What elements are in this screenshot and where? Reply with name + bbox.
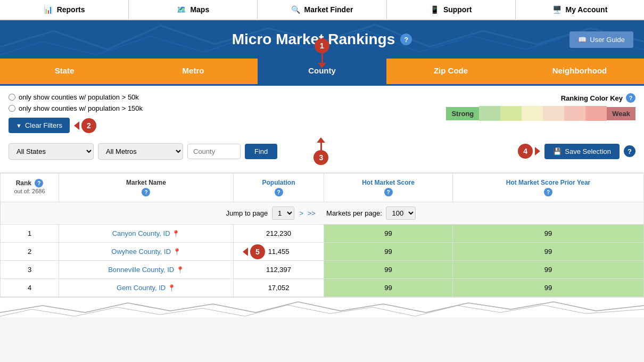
- per-page-label: Markets per page:: [326, 209, 382, 217]
- color-key-label: Ranking Color Key: [561, 94, 623, 102]
- table-row: 1 Canyon County, ID 📍 212,230 99 99: [1, 225, 644, 243]
- annotation-3: 3: [313, 137, 328, 165]
- state-dropdown[interactable]: All States: [9, 143, 94, 160]
- color-key-strong: Strong: [446, 107, 479, 120]
- annotation-2: 2: [74, 118, 96, 133]
- radio-150k-label[interactable]: only show counties w/ population > 150k: [9, 104, 143, 112]
- user-guide-book-icon: 📖: [578, 36, 587, 44]
- col-hot-score-header: Hot Market Score ?: [324, 174, 453, 202]
- market-link-2[interactable]: Owyhee County, ID: [111, 248, 171, 256]
- rank-sub: out of: 2686: [14, 188, 45, 194]
- table-row: 3 Bonneville County, ID 📍 112,397 99 99: [1, 261, 644, 279]
- hot-score-prior-1: 99: [453, 225, 644, 243]
- support-label: Support: [443, 5, 472, 14]
- metro-dropdown[interactable]: All Metros: [98, 143, 183, 160]
- top-nav: 📊 Reports 🗺️ Maps 🔍 Market Finder 📱 Supp…: [0, 0, 644, 20]
- filter-icon: ▼: [16, 122, 22, 129]
- pin-icon-2: 📍: [173, 248, 181, 256]
- save-selection-label: Save Selection: [565, 147, 611, 155]
- market-finder-icon: 🔍: [291, 5, 300, 14]
- hot-score-help-icon[interactable]: ?: [384, 188, 393, 196]
- col-population-header: Population ?: [233, 174, 324, 202]
- maps-icon: 🗺️: [177, 5, 186, 14]
- hot-score-prior-2: 99: [453, 243, 644, 261]
- tab-zipcode[interactable]: Zip Code: [386, 59, 515, 84]
- header-help-icon[interactable]: ?: [400, 34, 412, 45]
- maps-label: Maps: [190, 5, 209, 14]
- my-account-label: My Account: [566, 5, 608, 14]
- annotation-5: 5: [243, 244, 265, 259]
- user-guide-label: User Guide: [590, 36, 625, 44]
- col-rank-header: Rank ? out of: 2686: [1, 174, 59, 202]
- col-market-header: Market Name ?: [59, 174, 234, 202]
- per-page-select[interactable]: 100: [386, 207, 416, 220]
- color-swatch-1: [479, 106, 500, 121]
- rank-3: 3: [1, 261, 59, 279]
- pin-icon-1: 📍: [172, 230, 180, 237]
- user-guide-button[interactable]: 📖 User Guide: [569, 31, 633, 48]
- clear-filters-label: Clear Filters: [25, 121, 62, 129]
- header-title-text: Micro Market Rankings: [232, 31, 395, 48]
- market-name-4: Gem County, ID 📍: [59, 279, 234, 297]
- pin-icon-3: 📍: [176, 266, 184, 274]
- color-swatch-4: [543, 106, 564, 121]
- next-page-link[interactable]: >: [300, 209, 306, 217]
- color-key-help-icon[interactable]: ?: [626, 93, 635, 103]
- nav-item-reports[interactable]: 📊 Reports: [0, 0, 129, 19]
- color-key-weak: Weak: [607, 107, 635, 120]
- last-page-link[interactable]: >>: [308, 209, 318, 217]
- market-link-4[interactable]: Gem County, ID: [117, 284, 166, 292]
- market-finder-label: Market Finder: [304, 5, 353, 14]
- annotation-4-container: 4 💾 Save Selection ?: [518, 144, 635, 159]
- table-row: 4 Gem County, ID 📍 17,052 99 99: [1, 279, 644, 297]
- clear-filters-button[interactable]: ▼ Clear Filters: [9, 118, 70, 133]
- find-button[interactable]: Find: [245, 144, 277, 159]
- table-container: Rank ? out of: 2686 Market Name ? Popula…: [0, 173, 644, 297]
- population-help-icon[interactable]: ?: [275, 188, 283, 196]
- hot-score-prior-help-icon[interactable]: ?: [544, 188, 552, 196]
- reports-label: Reports: [57, 5, 85, 14]
- nav-item-my-account[interactable]: 🖥️ My Account: [516, 0, 644, 19]
- market-name-2: Owyhee County, ID 📍 5: [59, 243, 234, 261]
- rank-4: 4: [1, 279, 59, 297]
- radio-50k[interactable]: [9, 94, 15, 101]
- tab-state[interactable]: State: [0, 59, 129, 84]
- tab-bar: State Metro County 1 Zip Code Neighborho…: [0, 59, 644, 86]
- market-help-icon[interactable]: ?: [142, 188, 150, 196]
- pagination-row: Jump to page 1 > >> Markets per page: 10…: [1, 202, 644, 225]
- hot-score-1: 99: [324, 225, 453, 243]
- hot-score-3: 99: [324, 261, 453, 279]
- page-select[interactable]: 1: [272, 207, 294, 220]
- tab-county[interactable]: County 1: [258, 59, 386, 84]
- radio-50k-label[interactable]: only show counties w/ population > 50k: [9, 93, 143, 101]
- save-selection-help-icon[interactable]: ?: [624, 145, 635, 157]
- market-link-3[interactable]: Bonneville County, ID: [108, 266, 174, 274]
- support-icon: 📱: [430, 5, 439, 14]
- market-link-1[interactable]: Canyon County, ID: [112, 229, 170, 237]
- population-3: 112,397: [233, 261, 324, 279]
- bottom-wave: [0, 297, 644, 317]
- nav-item-support[interactable]: 📱 Support: [387, 0, 516, 19]
- market-name-3: Bonneville County, ID 📍: [59, 261, 234, 279]
- bottom-wave-svg: [0, 298, 644, 317]
- tab-metro[interactable]: Metro: [129, 59, 258, 84]
- population-4: 17,052: [233, 279, 324, 297]
- col-hot-score-prior-header: Hot Market Score Prior Year ?: [453, 174, 644, 202]
- color-swatch-6: [585, 106, 607, 121]
- county-input[interactable]: [187, 144, 241, 159]
- rank-1: 1: [1, 225, 59, 243]
- rank-2: 2: [1, 243, 59, 261]
- population-1: 212,230: [233, 225, 324, 243]
- hot-score-4: 99: [324, 279, 453, 297]
- hot-score-prior-4: 99: [453, 279, 644, 297]
- find-label: Find: [254, 147, 268, 155]
- nav-item-maps[interactable]: 🗺️ Maps: [129, 0, 258, 19]
- reports-icon: 📊: [44, 5, 53, 14]
- save-selection-button[interactable]: 💾 Save Selection: [544, 144, 620, 159]
- rank-help-icon[interactable]: ?: [35, 179, 43, 187]
- nav-item-market-finder[interactable]: 🔍 Market Finder: [258, 0, 386, 19]
- radio-150k[interactable]: [9, 105, 15, 112]
- pin-icon-4: 📍: [168, 284, 176, 292]
- tab-neighborhood[interactable]: Neighborhood: [515, 59, 644, 84]
- color-swatch-2: [500, 106, 522, 121]
